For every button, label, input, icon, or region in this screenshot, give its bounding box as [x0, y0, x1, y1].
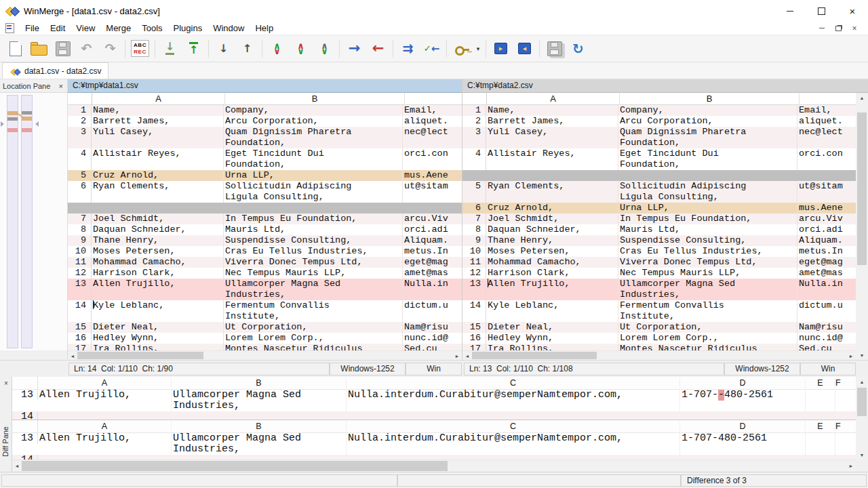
cell-c[interactable] [797, 170, 856, 181]
line-number[interactable]: 13 [68, 279, 92, 300]
cell-a[interactable]: Dieter Neal, [92, 322, 224, 333]
cell-d[interactable]: 1-707--480-2561 [680, 390, 806, 411]
table-row[interactable]: 6Cruz Arnold,Urna LLP,mus.Aene [462, 203, 856, 214]
table-row[interactable]: 5Ryan Clements,Sollicitudin AdipiscingLi… [462, 181, 856, 203]
cell-b[interactable]: Quam Dignissim PharetraFoundation, [618, 127, 797, 148]
diff-marker[interactable] [22, 128, 32, 132]
scroll-right-icon[interactable]: ► [846, 351, 856, 361]
cell-c[interactable]: metus.In [797, 246, 856, 257]
cell-b[interactable]: Montes Nascetur Ridiculus [618, 344, 797, 350]
abc-rec-button[interactable]: ABCREC [128, 37, 152, 60]
gap-row[interactable] [462, 170, 856, 181]
redo-button[interactable]: ↷ [98, 37, 122, 60]
table-row[interactable]: 13Allen Trujillo,Ullamcorper Magna SedIn… [12, 390, 856, 411]
menu-plugins[interactable]: Plugins [168, 22, 208, 35]
diff-column-header[interactable]: E [806, 422, 835, 431]
cell-d[interactable]: 1-707-480-2561 [680, 433, 806, 455]
cell-b[interactable]: Lorem Lorem Corp., [224, 333, 403, 344]
left-horizontal-scrollbar[interactable]: ◄ ► [68, 350, 462, 360]
cell-c[interactable]: Email, [797, 105, 856, 116]
line-number[interactable]: 4 [462, 148, 486, 170]
scrollbar-track[interactable] [856, 102, 868, 350]
table-row[interactable]: 2Barrett James,Arcu Corporation,aliquet. [462, 116, 856, 127]
previous-conflict-button[interactable]: ∧∨ [289, 37, 313, 60]
cell-c[interactable]: Nulla.in [403, 279, 462, 300]
table-row[interactable]: 14 [12, 455, 856, 460]
line-number[interactable]: 17 [462, 344, 486, 350]
right-horizontal-scrollbar[interactable]: ◄ ► [462, 350, 856, 360]
table-row[interactable]: 12Harrison Clark,Nec Tempus Mauris LLP,a… [462, 268, 856, 279]
diff-column-header[interactable]: C [347, 422, 680, 431]
line-number[interactable]: 5 [462, 181, 486, 203]
line-number[interactable]: 16 [68, 333, 92, 344]
table-row[interactable]: 9Thane Henry,Suspendisse Consulting,Aliq… [462, 235, 856, 246]
cell-b[interactable]: In Tempus Eu Foundation, [224, 214, 403, 224]
cell-a[interactable]: Ira Rollins, [92, 344, 224, 350]
cell-c[interactable]: mus.Aene [403, 170, 462, 181]
scrollbar-thumb[interactable] [857, 388, 867, 416]
cell-c[interactable]: metus.In [403, 246, 462, 257]
vertical-scrollbar[interactable]: ▲ ▼ [856, 93, 868, 360]
line-number[interactable]: 15 [68, 322, 92, 333]
table-row[interactable]: 14Kyle Leblanc,Fermentum ConvallisInstit… [68, 300, 462, 322]
line-number[interactable]: 2 [68, 116, 92, 127]
cell-a[interactable]: Harrison Clark, [486, 268, 618, 279]
cell-b[interactable]: In Tempus Eu Foundation, [618, 214, 797, 224]
diff-column-header[interactable]: B [172, 378, 347, 388]
copy-right-and-advance-button[interactable]: ⇉ [396, 37, 420, 60]
cell-c[interactable]: arcu.Viv [797, 214, 856, 224]
cell-b[interactable]: Sollicitudin AdipiscingLigula Consulting… [224, 181, 403, 203]
table-row[interactable]: 1Name,Company,Email, [462, 105, 856, 116]
cell-b[interactable]: Eget Tincidunt DuiFoundation, [618, 148, 797, 170]
line-number[interactable] [462, 170, 486, 181]
line-number[interactable]: 7 [462, 214, 486, 224]
line-number[interactable]: 17 [68, 344, 92, 350]
line-number[interactable] [68, 203, 92, 214]
table-row[interactable]: 14Kyle Leblanc,Fermentum ConvallisInstit… [462, 300, 856, 322]
cell-b[interactable]: Nec Tempus Mauris LLP, [618, 268, 797, 279]
cell-b[interactable]: Ullamcorper Magna SedIndustries, [172, 433, 347, 455]
save-all-button[interactable] [542, 37, 566, 60]
line-number[interactable]: 15 [462, 322, 486, 333]
line-number[interactable]: 12 [68, 268, 92, 279]
column-header-a[interactable]: A [487, 94, 620, 104]
location-pane-close-button[interactable]: × [58, 82, 64, 90]
menu-tools[interactable]: Tools [136, 22, 167, 35]
cell-a[interactable]: Daquan Schneider, [486, 224, 618, 235]
cell-c[interactable]: orci.adi [403, 224, 462, 235]
cell-c[interactable] [403, 203, 462, 214]
table-row[interactable]: 5Cruz Arnold,Urna LLP,mus.Aene [68, 170, 462, 181]
cell-a[interactable]: Moses Petersen, [92, 246, 224, 257]
plugin-dropdown[interactable]: ▾ [473, 37, 483, 60]
cell-a[interactable]: Harrison Clark, [92, 268, 224, 279]
cell-c[interactable]: orci.adi [797, 224, 856, 235]
table-row[interactable]: 13Allen Trujillo,Ullamcorper Magna SedIn… [68, 279, 462, 300]
first-difference-button[interactable]: ↑ [235, 37, 259, 60]
table-row[interactable]: 9Thane Henry,Suspendisse Consulting,Aliq… [68, 235, 462, 246]
auto-merge-button[interactable]: ✓← [420, 37, 443, 60]
cell-c[interactable]: ut@sitam [797, 181, 856, 203]
cell-c[interactable]: dictum.u [403, 300, 462, 322]
cell-b[interactable]: Arcu Corporation, [618, 116, 797, 127]
next-conflict-button[interactable]: ∧∨ [265, 37, 289, 60]
table-row[interactable]: 12Harrison Clark,Nec Tempus Mauris LLP,a… [68, 268, 462, 279]
line-number[interactable]: 2 [462, 116, 486, 127]
line-number[interactable]: 8 [68, 224, 92, 235]
previous-difference-button[interactable]: ↑ [182, 37, 205, 60]
cell-a[interactable]: Allistair Reyes, [486, 148, 618, 170]
cell-c[interactable]: nec@lect [797, 127, 856, 148]
table-row[interactable]: 1Name,Company,Email, [68, 105, 462, 116]
table-row[interactable]: 6Ryan Clements,Sollicitudin AdipiscingLi… [68, 181, 462, 203]
line-number[interactable]: 1 [462, 105, 486, 116]
line-number[interactable]: 8 [462, 224, 486, 235]
line-number[interactable]: 3 [462, 127, 486, 148]
scrollbar-track[interactable] [472, 351, 846, 360]
cell-a[interactable]: Ira Rollins, [486, 344, 618, 350]
cell-b[interactable]: Fermentum ConvallisInstitute, [224, 300, 403, 322]
table-row[interactable]: 8Daquan Schneider,Mauris Ltd,orci.adi [68, 224, 462, 235]
table-row[interactable]: 10Moses Petersen,Cras Eu Tellus Industri… [462, 246, 856, 257]
cell-b[interactable]: Ut Corporation, [618, 322, 797, 333]
table-row[interactable]: 16Hedley Wynn,Lorem Lorem Corp.,nunc.id@ [462, 333, 856, 344]
cell-c[interactable]: Email, [403, 105, 462, 116]
diff-column-header[interactable]: F [835, 422, 856, 431]
